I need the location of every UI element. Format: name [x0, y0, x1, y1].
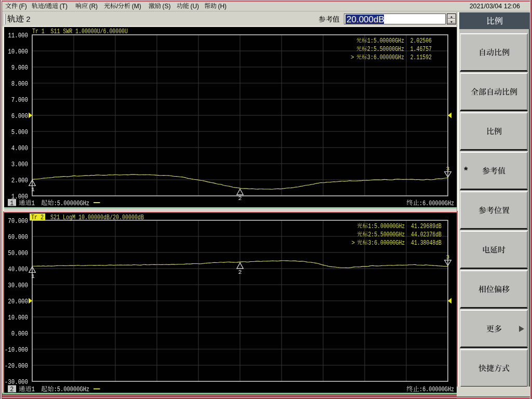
svg-text:3:6.00000GHz 2.11592: 3:6.00000GHz 2.11592 — [367, 54, 432, 61]
svg-text:2: 2 — [10, 386, 14, 393]
svg-text:3.000: 3.000 — [11, 161, 28, 168]
svg-text:>: > — [351, 240, 355, 247]
svg-text:5.000: 5.000 — [11, 129, 28, 136]
svg-text:2.000: 2.000 — [11, 177, 28, 184]
svg-text:1: 1 — [10, 200, 14, 207]
svg-text:60.000: 60.000 — [8, 234, 28, 241]
svg-text:8.000: 8.000 — [11, 81, 28, 88]
svg-text:1: 1 — [31, 186, 35, 193]
svg-text:40.000: 40.000 — [8, 266, 28, 273]
svg-text:6.000: 6.000 — [11, 113, 28, 120]
svg-text:Tr 1 S11 SWR 1.00000U/6.00000: Tr 1 S11 SWR 1.00000U/6.00000U — [32, 28, 128, 35]
svg-text::6.00000GHz: :6.00000GHz — [419, 200, 454, 207]
svg-text:-10.000: -10.000 — [5, 347, 28, 354]
svg-text:3: 3 — [446, 165, 450, 172]
svg-text:-30.000: -30.000 — [5, 379, 28, 386]
svg-text::5.00000GHz: :5.00000GHz — [54, 200, 90, 207]
svg-text:50.000: 50.000 — [8, 250, 28, 257]
svg-text:1:5.00000GHz 41.29689dB: 1:5.00000GHz 41.29689dB — [368, 223, 442, 230]
svg-text:1:5.00000GHz 2.02506: 1:5.00000GHz 2.02506 — [367, 37, 432, 45]
svg-text:1: 1 — [32, 386, 35, 393]
svg-text:11.000: 11.000 — [8, 32, 28, 39]
svg-text:2:5.50000GHz 44.02376dB: 2:5.50000GHz 44.02376dB — [368, 231, 442, 238]
svg-text:Tr 2: Tr 2 — [31, 214, 44, 221]
svg-text:10.000: 10.000 — [8, 48, 28, 56]
svg-text:1: 1 — [31, 273, 35, 280]
svg-text:70.000: 70.000 — [8, 218, 28, 225]
svg-text:30.000: 30.000 — [8, 282, 28, 289]
svg-text:-20.000: -20.000 — [5, 363, 28, 370]
svg-text:20.000: 20.000 — [8, 298, 28, 305]
svg-text::6.00000GHz: :6.00000GHz — [419, 386, 454, 393]
svg-text:9.000: 9.000 — [11, 64, 28, 72]
svg-text:2: 2 — [238, 195, 242, 202]
svg-text:7.000: 7.000 — [11, 97, 28, 104]
svg-text:S21 LogM 10.00000dB/20.00000dB: S21 LogM 10.00000dB/20.00000dB — [50, 214, 144, 221]
svg-text:10.000: 10.000 — [8, 314, 28, 322]
svg-text:3:6.00000GHz 41.38048dB: 3:6.00000GHz 41.38048dB — [368, 240, 442, 247]
svg-text:>: > — [351, 54, 354, 61]
svg-text:0.000: 0.000 — [11, 330, 28, 338]
svg-text:1: 1 — [32, 200, 35, 207]
svg-text:2: 2 — [238, 269, 242, 275]
svg-text:2:5.50000GHz 1.46757: 2:5.50000GHz 1.46757 — [367, 46, 432, 53]
svg-text:3: 3 — [446, 254, 450, 260]
svg-text::5.00000GHz: :5.00000GHz — [54, 386, 90, 393]
svg-text:4.000: 4.000 — [11, 145, 28, 152]
